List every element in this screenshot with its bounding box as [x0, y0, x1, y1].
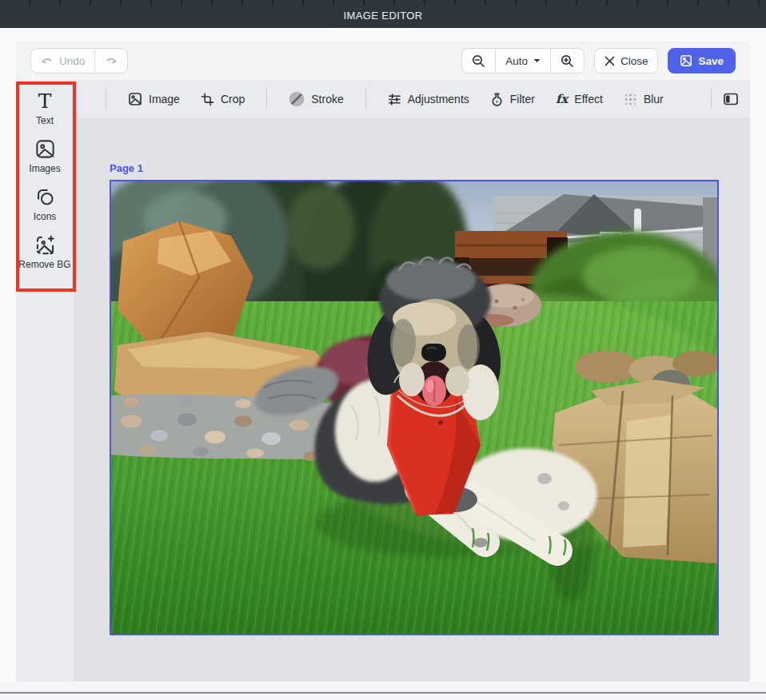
redo-button[interactable]	[94, 48, 128, 74]
zoom-out-button[interactable]	[461, 48, 495, 74]
zoom-out-icon	[472, 54, 485, 68]
edit-tabbar: Image Crop Stroke Adjustments	[74, 80, 750, 118]
window-bottom-border	[0, 692, 766, 694]
tab-label: Crop	[221, 93, 245, 105]
divider	[106, 89, 106, 109]
filter-flask-icon	[490, 93, 504, 106]
zoom-in-button[interactable]	[550, 48, 584, 74]
history-group: Undo	[30, 48, 128, 74]
tab-image[interactable]: Image	[118, 92, 190, 106]
top-right-controls: Auto Close Save	[461, 48, 736, 74]
close-icon	[604, 56, 615, 66]
close-button[interactable]: Close	[594, 48, 659, 74]
tab-label: Filter	[510, 93, 535, 105]
undo-icon	[41, 54, 54, 67]
tab-crop[interactable]: Crop	[190, 93, 255, 106]
editor-content: Image Crop Stroke Adjustments	[74, 80, 750, 682]
tool-sidebar: T Text Images Icons Remove BG	[16, 80, 74, 682]
image-icon	[128, 92, 142, 106]
text-tool-icon: T	[38, 91, 52, 112]
tab-label: Adjustments	[408, 93, 469, 105]
canvas-area[interactable]: Page 1	[74, 118, 750, 682]
save-button[interactable]: Save	[668, 48, 736, 74]
image-icon	[680, 54, 692, 67]
window-bottom-strip	[0, 682, 766, 700]
icons-tool-icon	[34, 186, 56, 208]
titlebar: IMAGE EDITOR	[0, 0, 766, 28]
effect-fx-icon: fx	[556, 92, 568, 106]
tab-label: Image	[149, 93, 180, 105]
crop-icon	[201, 93, 214, 106]
tab-stroke[interactable]: Stroke	[278, 91, 353, 107]
sidebar-item-label: Icons	[34, 211, 57, 222]
sidebar-item-icons[interactable]: Icons	[18, 186, 71, 222]
stroke-none-icon	[289, 91, 305, 107]
image-editor: Undo Auto Close	[16, 42, 750, 682]
window-title: IMAGE EDITOR	[343, 10, 422, 22]
sidebar-item-label: Images	[29, 163, 60, 174]
tab-blur[interactable]: Blur	[613, 93, 674, 106]
save-label: Save	[698, 55, 724, 67]
tab-filter[interactable]: Filter	[480, 93, 545, 106]
artboard-image[interactable]	[110, 180, 719, 635]
close-label: Close	[620, 55, 648, 67]
tab-effect[interactable]: fx Effect	[545, 92, 613, 106]
tab-adjustments[interactable]: Adjustments	[377, 93, 480, 106]
tab-label: Blur	[644, 93, 664, 105]
zoom-in-icon	[561, 54, 574, 68]
chevron-down-icon	[533, 58, 541, 63]
sidebar-item-label: Remove BG	[18, 259, 70, 270]
page-label[interactable]: Page 1	[110, 162, 719, 174]
redo-icon	[105, 54, 118, 67]
remove-bg-icon	[34, 234, 56, 256]
tab-label: Effect	[574, 93, 603, 105]
artboard-wrap: Page 1	[110, 162, 719, 635]
divider	[711, 89, 712, 109]
sidebar-item-text[interactable]: T Text	[18, 91, 71, 126]
sidebar-item-images[interactable]: Images	[18, 138, 71, 174]
divider	[365, 89, 366, 109]
top-toolbar: Undo Auto Close	[16, 42, 750, 80]
images-icon	[34, 138, 56, 160]
zoom-level-select[interactable]: Auto	[495, 48, 550, 74]
sidebar-item-remove-bg[interactable]: Remove BG	[18, 234, 71, 270]
blur-icon	[624, 93, 637, 106]
tab-label: Stroke	[311, 93, 343, 105]
undo-label: Undo	[59, 55, 85, 67]
tabbar-end	[700, 89, 739, 109]
dog-photo	[111, 181, 717, 634]
divider	[266, 89, 267, 109]
undo-button[interactable]: Undo	[30, 48, 94, 74]
zoom-level-value: Auto	[505, 55, 528, 67]
zoom-group: Auto	[461, 48, 584, 74]
toggle-panel-icon[interactable]	[723, 91, 739, 107]
adjustments-icon	[388, 93, 401, 106]
editor-main: T Text Images Icons Remove BG	[16, 80, 750, 682]
sidebar-item-label: Text	[36, 115, 54, 126]
